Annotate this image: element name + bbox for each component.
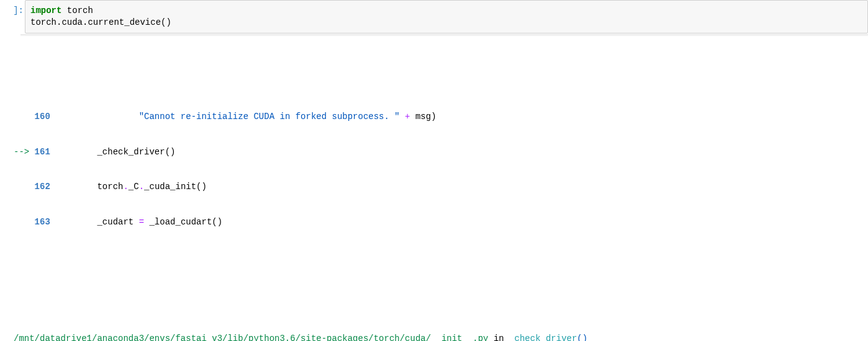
cell-prompt: ]: bbox=[0, 0, 25, 33]
line-number: 162 bbox=[14, 182, 55, 192]
dot: . bbox=[139, 182, 144, 192]
line-number: 160 bbox=[14, 112, 55, 122]
file-path: /mnt/datadrive1/anaconda3/envs/fastai_v3… bbox=[14, 334, 489, 341]
tb-line: 160 "Cannot re-initialize CUDA in forked… bbox=[14, 111, 868, 123]
operator-plus: + bbox=[400, 112, 415, 122]
line-number: 163 bbox=[14, 217, 55, 227]
tb-line-current: --> 161 _check_driver() bbox=[14, 146, 868, 158]
traceback-frame: 160 "Cannot re-initialize CUDA in forked… bbox=[14, 87, 868, 251]
paren: () bbox=[577, 334, 587, 341]
indent bbox=[55, 147, 97, 157]
cell-output: 160 "Cannot re-initialize CUDA in forked… bbox=[0, 33, 868, 341]
line-number: 161 bbox=[35, 147, 56, 157]
code-line: torch.cuda.current_device() bbox=[30, 17, 862, 29]
function-call: _cuda_init bbox=[144, 182, 196, 192]
paren: () bbox=[196, 182, 207, 192]
indent bbox=[55, 112, 138, 122]
traceback-frame: /mnt/datadrive1/anaconda3/envs/fastai_v3… bbox=[14, 309, 868, 341]
code-cell: ]: import torch torch.cuda.current_devic… bbox=[0, 0, 868, 33]
module-name: torch bbox=[61, 6, 93, 16]
string-literal: "Cannot re-initialize CUDA in forked sub… bbox=[139, 112, 400, 122]
tb-line: 163 _cudart = _load_cudart() bbox=[14, 216, 868, 228]
function-name: _check_driver bbox=[509, 334, 577, 341]
paren: () bbox=[165, 147, 176, 157]
function-call: _load_cudart bbox=[149, 217, 212, 227]
operator-equals: = bbox=[139, 217, 144, 227]
in-text: in bbox=[489, 334, 510, 341]
indent bbox=[55, 217, 97, 227]
tb-line: 162 torch._C._cuda_init() bbox=[14, 181, 868, 193]
identifier: _C bbox=[129, 182, 139, 192]
paren-close: ) bbox=[431, 112, 436, 122]
code-editor[interactable]: import torch torch.cuda.current_device() bbox=[25, 0, 868, 33]
notebook-cell: ]: import torch torch.cuda.current_devic… bbox=[0, 0, 868, 341]
code-line: import torch bbox=[30, 5, 862, 17]
indent bbox=[55, 182, 97, 192]
tb-file-header: /mnt/datadrive1/anaconda3/envs/fastai_v3… bbox=[14, 333, 868, 341]
paren: () bbox=[212, 217, 222, 227]
function-call: _check_driver bbox=[97, 147, 165, 157]
identifier: torch bbox=[97, 182, 123, 192]
arrow-icon: --> bbox=[14, 147, 35, 157]
identifier: _cudart bbox=[97, 217, 138, 227]
keyword-import: import bbox=[30, 6, 61, 16]
identifier: msg bbox=[415, 112, 431, 122]
dot: . bbox=[123, 182, 128, 192]
